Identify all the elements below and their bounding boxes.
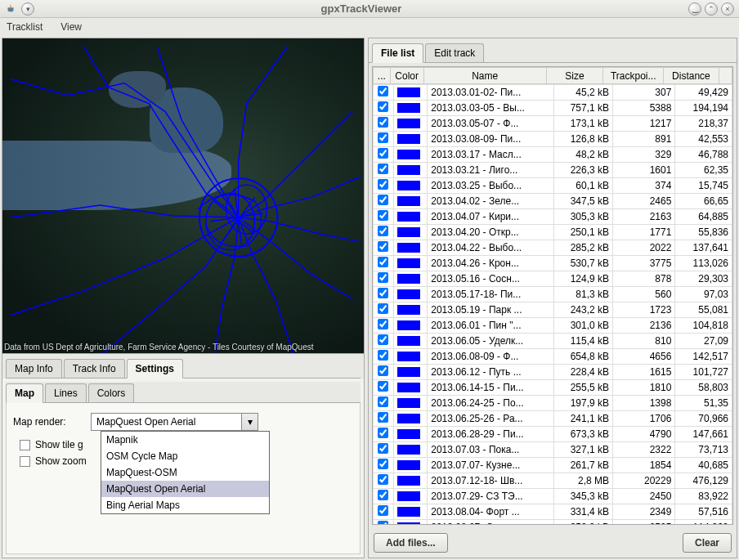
col-distance[interactable]: Distance <box>664 68 719 84</box>
show-zoom-checkbox[interactable] <box>20 456 30 467</box>
row-checkbox[interactable] <box>378 350 388 361</box>
table-row[interactable]: 2013.03.25 - Выбо...60,1 kB37415,745 <box>374 178 732 194</box>
add-files-button[interactable]: Add files... <box>374 533 448 553</box>
table-row[interactable]: 2013.07.12-18- Шв...2,8 MB20229476,129 <box>374 473 732 489</box>
table-row[interactable]: 2013.06.28-29 - Пи...673,3 kB4790147,661 <box>374 427 732 442</box>
row-color-swatch[interactable] <box>397 522 420 524</box>
menu-icon[interactable]: ▾ <box>21 2 34 16</box>
row-checkbox[interactable] <box>378 257 388 267</box>
row-color-swatch[interactable] <box>397 491 420 501</box>
row-color-swatch[interactable] <box>397 414 420 423</box>
option-mapquest-osm[interactable]: MapQuest-OSM <box>101 464 269 481</box>
col-name[interactable]: Name <box>423 68 546 84</box>
row-color-swatch[interactable] <box>397 320 420 330</box>
row-color-swatch[interactable] <box>397 227 420 237</box>
table-row[interactable]: 2013.04.22 - Выбо...285,2 kB2022137,641 <box>374 240 732 256</box>
table-row[interactable]: 2013.03.05-07 - Ф...173,1 kB1217218,37 <box>374 116 732 132</box>
table-row[interactable]: 2013.06.12 - Путь ...228,4 kB1615101,727 <box>374 365 732 380</box>
table-row[interactable]: 2013.07.29- СЗ ТЭ...345,3 kB245083,922 <box>374 489 732 504</box>
table-row[interactable]: 2013.08.07- Сосно...352,9 kB2505114,369 <box>374 520 732 525</box>
subtab-colors[interactable]: Colors <box>88 383 135 402</box>
row-color-swatch[interactable] <box>397 398 420 408</box>
col-color[interactable]: Color <box>390 68 423 84</box>
row-checkbox[interactable] <box>378 288 388 298</box>
row-color-swatch[interactable] <box>397 165 420 175</box>
row-checkbox[interactable] <box>378 210 388 221</box>
table-row[interactable]: 2013.05.17-18- Пи...81,3 kB56097,03 <box>374 287 732 302</box>
table-row[interactable]: 2013.03.17 - Масл...48,2 kB32946,788 <box>374 147 732 163</box>
row-checkbox[interactable] <box>378 272 388 283</box>
table-row[interactable]: 2013.08.04- Форт ...331,4 kB234957,516 <box>374 504 732 520</box>
row-color-swatch[interactable] <box>397 383 420 392</box>
col-trackpoints[interactable]: Trackpoi... <box>603 68 664 84</box>
map-render-dropdown[interactable]: MapQuest Open Aerial ▾ <box>91 413 258 431</box>
option-mapnik[interactable]: Mapnik <box>101 432 269 448</box>
row-color-swatch[interactable] <box>397 460 420 470</box>
row-checkbox[interactable] <box>378 179 388 190</box>
minimize-button[interactable]: ‿ <box>688 2 701 16</box>
tab-track-info[interactable]: Track Info <box>64 359 125 378</box>
option-bing-aerial[interactable]: Bing Aerial Maps <box>101 497 269 513</box>
subtab-lines[interactable]: Lines <box>45 383 87 402</box>
table-row[interactable]: 2013.06.24-25 - По...197,9 kB139851,35 <box>374 396 732 411</box>
col-check[interactable]: ... <box>374 68 391 84</box>
table-row[interactable]: 2013.06.25-26 - Ра...241,1 kB170670,966 <box>374 411 732 427</box>
table-row[interactable]: 2013.06.08-09 - Ф...654,8 kB4656142,517 <box>374 349 732 365</box>
row-checkbox[interactable] <box>378 334 388 345</box>
table-row[interactable]: 2013.04.02 - Зеле...347,5 kB246566,65 <box>374 194 732 209</box>
row-checkbox[interactable] <box>378 412 388 423</box>
menu-tracklist[interactable]: Tracklist <box>3 20 46 34</box>
row-checkbox[interactable] <box>378 365 388 376</box>
table-row[interactable]: 2013.05.16 - Сосн...124,9 kB87829,303 <box>374 271 732 287</box>
row-checkbox[interactable] <box>378 241 388 252</box>
table-row[interactable]: 2013.06.05 - Уделк...115,4 kB81027,09 <box>374 334 732 349</box>
table-row[interactable]: 2013.07.03 - Пока...327,1 kB232273,713 <box>374 442 732 458</box>
table-row[interactable]: 2013.06.01 - Пин "...301,0 kB2136104,818 <box>374 318 732 334</box>
row-color-swatch[interactable] <box>397 87 420 97</box>
row-checkbox[interactable] <box>378 132 388 143</box>
row-color-swatch[interactable] <box>397 119 420 128</box>
row-checkbox[interactable] <box>378 117 388 128</box>
row-color-swatch[interactable] <box>397 274 420 284</box>
row-color-swatch[interactable] <box>397 134 420 144</box>
row-color-swatch[interactable] <box>397 476 420 486</box>
table-row[interactable]: 2013.04.26 - Крон...530,7 kB3775113,026 <box>374 256 732 271</box>
row-checkbox[interactable] <box>378 505 388 516</box>
row-checkbox[interactable] <box>378 226 388 236</box>
table-row[interactable]: 2013.06.14-15 - Пи...255,5 kB181058,803 <box>374 380 732 396</box>
row-checkbox[interactable] <box>378 319 388 329</box>
tab-map-info[interactable]: Map Info <box>6 359 62 378</box>
row-checkbox[interactable] <box>378 195 388 205</box>
close-button[interactable]: × <box>721 2 734 16</box>
maximize-button[interactable]: ⌃ <box>705 2 718 16</box>
row-checkbox[interactable] <box>378 303 388 314</box>
row-color-swatch[interactable] <box>397 150 420 159</box>
table-row[interactable]: 2013.03.03-05 - Вы...757,1 kB5388194,194 <box>374 101 732 116</box>
row-color-swatch[interactable] <box>397 289 420 299</box>
row-checkbox[interactable] <box>378 101 388 112</box>
subtab-map[interactable]: Map <box>6 383 43 403</box>
row-color-swatch[interactable] <box>397 212 420 222</box>
show-tile-grid-checkbox[interactable] <box>20 440 30 450</box>
row-color-swatch[interactable] <box>397 352 420 361</box>
row-color-swatch[interactable] <box>397 181 420 190</box>
row-checkbox[interactable] <box>378 381 388 392</box>
option-mapquest-aerial[interactable]: MapQuest Open Aerial <box>101 481 269 497</box>
tab-edit-track[interactable]: Edit track <box>425 43 484 62</box>
table-row[interactable]: 2013.04.20 - Откр...250,1 kB177155,836 <box>374 225 732 240</box>
row-checkbox[interactable] <box>378 396 388 407</box>
row-color-swatch[interactable] <box>397 429 420 439</box>
row-checkbox[interactable] <box>378 459 388 469</box>
table-row[interactable]: 2013.03.21 - Лиго...226,3 kB160162,35 <box>374 163 732 178</box>
table-row[interactable]: 2013.03.08-09- Пи...126,8 kB89142,553 <box>374 132 732 147</box>
row-checkbox[interactable] <box>378 490 388 500</box>
row-checkbox[interactable] <box>378 148 388 159</box>
row-color-swatch[interactable] <box>397 305 420 315</box>
row-checkbox[interactable] <box>378 521 388 524</box>
table-row[interactable]: 2013.05.19 - Парк ...243,2 kB172355,081 <box>374 302 732 318</box>
row-checkbox[interactable] <box>378 474 388 485</box>
table-row[interactable]: 2013.03.01-02- Пи...45,2 kB30749,429 <box>374 85 732 101</box>
row-color-swatch[interactable] <box>397 367 420 377</box>
table-row[interactable]: 2013.07.07- Кузне...261,7 kB185440,685 <box>374 458 732 473</box>
row-color-swatch[interactable] <box>397 445 420 455</box>
